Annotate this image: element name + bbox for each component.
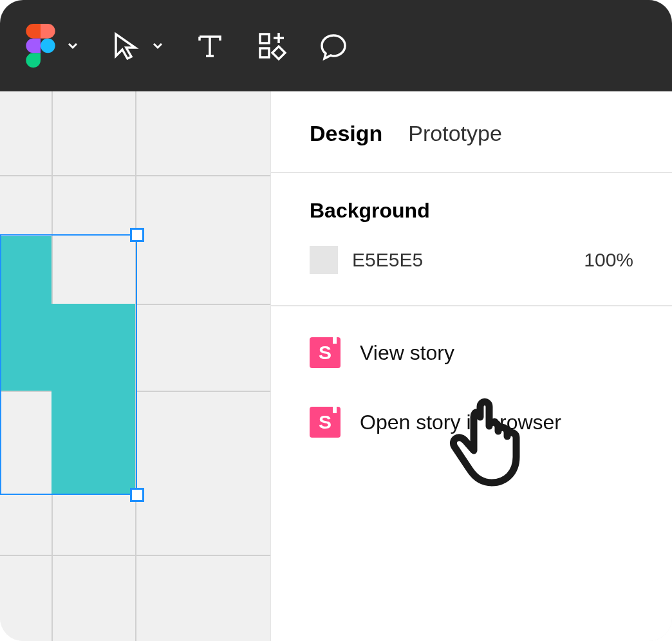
resources-tool[interactable] (256, 30, 287, 61)
panel-tabs: Design Prototype (271, 91, 672, 173)
plugin-view-story[interactable]: S View story (310, 337, 633, 368)
move-tool[interactable] (109, 30, 163, 61)
selection-handle-se[interactable] (130, 488, 144, 502)
comment-icon (318, 30, 349, 61)
cursor-icon (109, 30, 140, 61)
plugin-section: S View story S Open story in browser (271, 306, 672, 469)
text-tool[interactable] (194, 30, 225, 61)
selection-handle-ne[interactable] (130, 228, 144, 242)
figma-menu[interactable] (26, 24, 79, 68)
background-section: Background E5E5E5 100% (271, 173, 672, 306)
svg-rect-1 (260, 48, 269, 57)
text-icon (194, 30, 225, 61)
main-area: Design Prototype Background E5E5E5 100% … (0, 91, 672, 641)
storybook-icon: S (310, 407, 341, 438)
properties-panel: Design Prototype Background E5E5E5 100% … (270, 91, 672, 641)
chevron-down-icon (152, 40, 163, 51)
tab-prototype[interactable]: Prototype (408, 121, 502, 146)
storybook-icon: S (310, 337, 341, 368)
background-hex[interactable]: E5E5E5 (352, 249, 570, 271)
toolbar (0, 0, 672, 91)
plugin-open-story-browser[interactable]: S Open story in browser (310, 407, 633, 438)
tab-design[interactable]: Design (310, 121, 382, 146)
section-title: Background (310, 199, 633, 223)
canvas[interactable] (0, 91, 270, 641)
components-icon (256, 30, 287, 61)
svg-rect-2 (272, 46, 285, 59)
background-opacity[interactable]: 100% (584, 249, 633, 271)
color-swatch[interactable] (310, 246, 338, 274)
plugin-label: View story (360, 341, 454, 365)
app-window: Design Prototype Background E5E5E5 100% … (0, 0, 672, 641)
svg-rect-0 (260, 34, 269, 43)
chevron-down-icon (67, 40, 79, 51)
plugin-label: Open story in browser (360, 411, 561, 434)
figma-logo-icon (26, 24, 55, 68)
background-row[interactable]: E5E5E5 100% (310, 246, 633, 274)
comment-tool[interactable] (318, 30, 349, 61)
selection-frame[interactable] (0, 234, 137, 495)
